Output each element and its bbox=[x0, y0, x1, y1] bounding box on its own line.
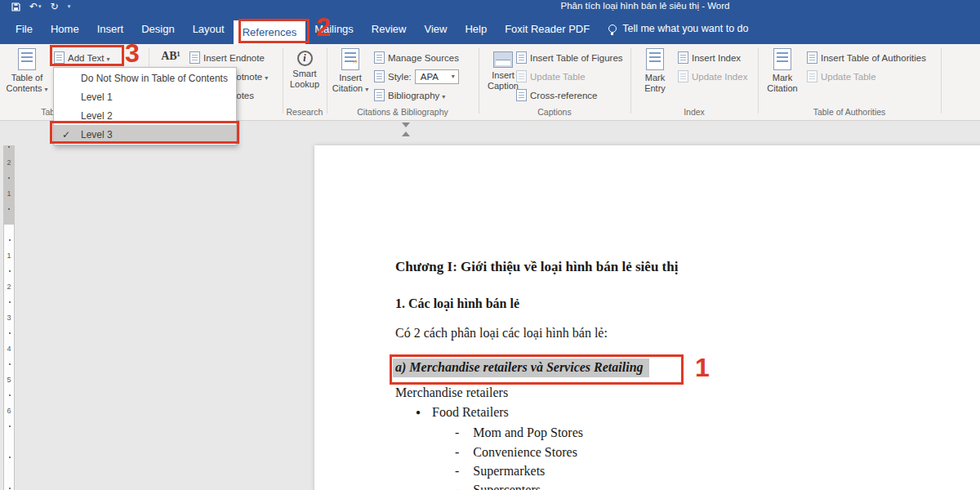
table-of-contents-button[interactable]: Table of Contents bbox=[3, 47, 51, 109]
smart-lookup-icon bbox=[297, 51, 313, 66]
doc-dash-item: Mom and Pop Stores bbox=[455, 425, 583, 440]
doc-dash-item: Supermarkets bbox=[455, 464, 545, 479]
group-label-index: Index bbox=[630, 107, 758, 117]
undo-dropdown-icon: ▾ bbox=[38, 1, 42, 12]
v-ruler-margin-top: 21 bbox=[3, 145, 15, 225]
update-table-authorities-button: Update Table bbox=[807, 68, 876, 85]
add-text-label: Add Text bbox=[68, 53, 110, 63]
update-table-captions-label: Update Table bbox=[530, 72, 586, 82]
menu-item-level-1[interactable]: Level 1 bbox=[54, 87, 236, 106]
style-select[interactable]: APA bbox=[415, 69, 459, 84]
doc-bullet-item: Food Retailers bbox=[416, 405, 509, 420]
table-of-contents-label: Table of Contents bbox=[3, 73, 51, 95]
mark-citation-button[interactable]: Mark Citation bbox=[761, 47, 804, 109]
group-separator bbox=[758, 48, 759, 114]
insert-caption-icon bbox=[493, 51, 513, 68]
mark-entry-label: Mark Entry bbox=[635, 73, 675, 93]
insert-table-of-authorities-icon bbox=[807, 51, 817, 64]
smart-lookup-label: Smart Lookup bbox=[286, 69, 323, 89]
title-bar: ↶▾ ↻ ▾ Phân tích loại hình bán lẻ siêu t… bbox=[0, 0, 980, 13]
save-icon bbox=[11, 2, 20, 11]
group-separator bbox=[630, 48, 631, 114]
insert-citation-label: Insert Citation bbox=[330, 73, 371, 95]
insert-index-button[interactable]: Insert Index bbox=[678, 49, 741, 66]
manage-sources-button[interactable]: Manage Sources bbox=[374, 49, 459, 66]
tell-me-label: Tell me what you want to do bbox=[622, 23, 748, 34]
table-of-contents-icon bbox=[18, 48, 36, 70]
cross-reference-icon bbox=[516, 89, 527, 101]
ruler-tick: 6 bbox=[7, 408, 11, 415]
doc-highlighted-text: a) Merchandise retailers và Services Ret… bbox=[393, 359, 649, 377]
mark-citation-icon bbox=[773, 48, 791, 70]
doc-subtitle: Merchandise retailers bbox=[395, 385, 508, 400]
mark-entry-button[interactable]: Mark Entry bbox=[635, 47, 675, 109]
insert-index-label: Insert Index bbox=[692, 53, 741, 63]
insert-table-of-authorities-button[interactable]: Insert Table of Authorities bbox=[807, 49, 926, 66]
tab-review[interactable]: Review bbox=[363, 13, 416, 44]
cross-reference-label: Cross-reference bbox=[530, 91, 597, 100]
style-icon bbox=[374, 70, 385, 82]
tell-me-box[interactable]: Tell me what you want to do bbox=[608, 13, 748, 44]
v-ruler-text: 123456 bbox=[3, 225, 15, 490]
tab-help[interactable]: Help bbox=[456, 13, 496, 44]
style-value: APA bbox=[421, 72, 439, 82]
bibliography-label: Bibliography bbox=[388, 91, 445, 100]
update-index-button: Update Index bbox=[678, 68, 747, 85]
tab-insert[interactable]: Insert bbox=[88, 13, 133, 44]
ruler-tick: 4 bbox=[7, 345, 11, 353]
add-text-icon bbox=[54, 51, 65, 64]
window-title: Phân tích loại hình bán lẻ siêu thị - Wo… bbox=[561, 1, 730, 11]
menu-item-label: Level 1 bbox=[81, 91, 113, 103]
doc-paragraph-intro: Có 2 cách phân loại các loại hình bán lẻ… bbox=[395, 326, 608, 341]
insert-endnote-icon bbox=[189, 51, 200, 64]
update-table-authorities-label: Update Table bbox=[821, 72, 876, 82]
group-separator bbox=[283, 48, 283, 114]
mark-entry-icon bbox=[646, 48, 664, 70]
insert-endnote-button[interactable]: Insert Endnote bbox=[189, 49, 265, 66]
customize-qat-button[interactable]: ▾ bbox=[68, 1, 71, 12]
insert-table-of-figures-button[interactable]: Insert Table of Figures bbox=[516, 49, 623, 66]
ruler-tick: 1 bbox=[7, 252, 11, 260]
add-text-dropdown-menu: Do Not Show in Table of Contents Level 1… bbox=[53, 67, 237, 145]
menu-item-do-not-show[interactable]: Do Not Show in Table of Contents bbox=[54, 69, 236, 87]
smart-lookup-button[interactable]: Smart Lookup bbox=[286, 47, 323, 109]
tab-view[interactable]: View bbox=[415, 13, 456, 44]
insert-table-of-figures-icon bbox=[516, 51, 527, 64]
tab-layout[interactable]: Layout bbox=[184, 13, 234, 44]
undo-button[interactable]: ↶▾ bbox=[29, 1, 42, 12]
group-separator bbox=[479, 48, 479, 114]
add-text-button[interactable]: Add Text bbox=[54, 49, 110, 66]
bibliography-button[interactable]: Bibliography bbox=[374, 87, 445, 104]
update-index-icon bbox=[678, 70, 688, 82]
menu-item-level-3[interactable]: Level 3 bbox=[54, 125, 236, 144]
menu-item-level-2[interactable]: Level 2 bbox=[54, 106, 236, 125]
save-button[interactable] bbox=[11, 2, 20, 11]
tab-foxit-reader-pdf[interactable]: Foxit Reader PDF bbox=[496, 13, 599, 44]
insert-citation-icon bbox=[341, 48, 359, 70]
indent-marker[interactable] bbox=[402, 122, 411, 136]
tab-design[interactable]: Design bbox=[132, 13, 183, 44]
tab-file[interactable]: File bbox=[7, 13, 42, 44]
doc-section-heading: 1. Các loại hình bán lẻ bbox=[395, 296, 519, 311]
document-page[interactable]: Chương I: Giới thiệu về loại hình bán lẻ… bbox=[314, 145, 980, 490]
ruler-tick: 2 bbox=[7, 159, 11, 167]
ruler-tick: 2 bbox=[7, 283, 11, 291]
menu-item-label: Do Not Show in Table of Contents bbox=[81, 73, 228, 84]
redo-button[interactable]: ↻ bbox=[51, 1, 59, 12]
insert-footnote-icon: AB¹ bbox=[161, 47, 180, 65]
update-table-captions-button: Update Table bbox=[516, 68, 586, 85]
word-window: ↶▾ ↻ ▾ Phân tích loại hình bán lẻ siêu t… bbox=[0, 0, 980, 490]
tab-home[interactable]: Home bbox=[42, 13, 88, 44]
group-label-table-of-authorities: Table of Authorities bbox=[758, 107, 941, 117]
group-separator bbox=[327, 48, 327, 114]
group-label-captions: Captions bbox=[479, 107, 630, 117]
cross-reference-button[interactable]: Cross-reference bbox=[516, 87, 597, 104]
quick-access-toolbar: ↶▾ ↻ ▾ bbox=[11, 0, 70, 13]
manage-sources-icon bbox=[374, 51, 385, 64]
insert-citation-button[interactable]: Insert Citation bbox=[330, 47, 371, 109]
mark-citation-label: Mark Citation bbox=[761, 73, 804, 93]
tab-mailings[interactable]: Mailings bbox=[305, 13, 363, 44]
tab-references[interactable]: References bbox=[234, 20, 305, 44]
ruler-tick: 3 bbox=[7, 314, 11, 322]
document-area: 21 123456 Chương I: Giới thiệu về loại h… bbox=[0, 139, 980, 490]
